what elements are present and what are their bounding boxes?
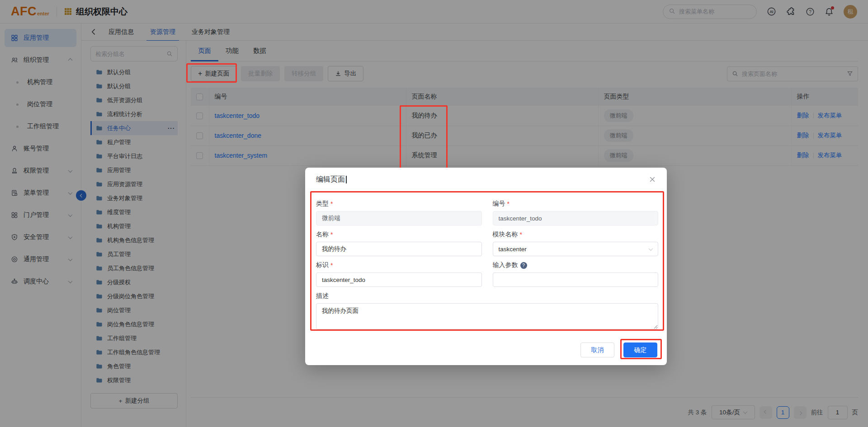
field-code-input[interactable]	[493, 211, 659, 225]
field-type-label: 类型	[316, 200, 482, 208]
module-name-value: taskcenter	[499, 246, 527, 253]
field-identifier-label: 标识	[316, 261, 482, 269]
confirm-button[interactable]: 确定	[623, 343, 657, 357]
field-code-label: 编号	[493, 200, 659, 208]
close-icon[interactable]	[649, 176, 656, 183]
field-params-label: 输入参数 ?	[493, 261, 659, 269]
modal-title: 编辑页面	[316, 175, 345, 184]
field-name: 名称	[316, 230, 482, 256]
field-params-input[interactable]	[493, 272, 659, 287]
modal-form: 类型 编号 名称 模块名称 taskcenter 标识	[311, 192, 663, 330]
field-type: 类型	[316, 200, 482, 225]
question-help-icon[interactable]: ?	[520, 262, 527, 269]
field-type-input[interactable]	[316, 211, 482, 225]
edit-page-modal: 编辑页面 类型 编号 名称 模块名称 taskcenter	[305, 168, 667, 365]
module-name-select[interactable]: taskcenter	[493, 242, 659, 256]
field-identifier-input[interactable]	[316, 272, 482, 287]
cancel-button[interactable]: 取消	[580, 343, 614, 357]
field-params: 输入参数 ?	[493, 261, 659, 287]
field-name-input[interactable]	[316, 242, 482, 256]
chevron-down-icon	[649, 246, 653, 251]
field-code: 编号	[493, 200, 659, 225]
text-caret	[346, 176, 347, 183]
field-module-label: 模块名称	[493, 230, 659, 239]
field-params-label-text: 输入参数	[493, 261, 518, 269]
modal-header: 编辑页面	[305, 168, 667, 191]
field-name-label: 名称	[316, 230, 482, 239]
modal-footer: 取消 确定	[580, 343, 657, 357]
field-module: 模块名称 taskcenter	[493, 230, 659, 256]
field-description: 描述 我的待办页面	[316, 292, 658, 329]
field-description-textarea[interactable]: 我的待办页面	[316, 303, 658, 329]
field-identifier: 标识	[316, 261, 482, 287]
field-description-label: 描述	[316, 292, 658, 300]
